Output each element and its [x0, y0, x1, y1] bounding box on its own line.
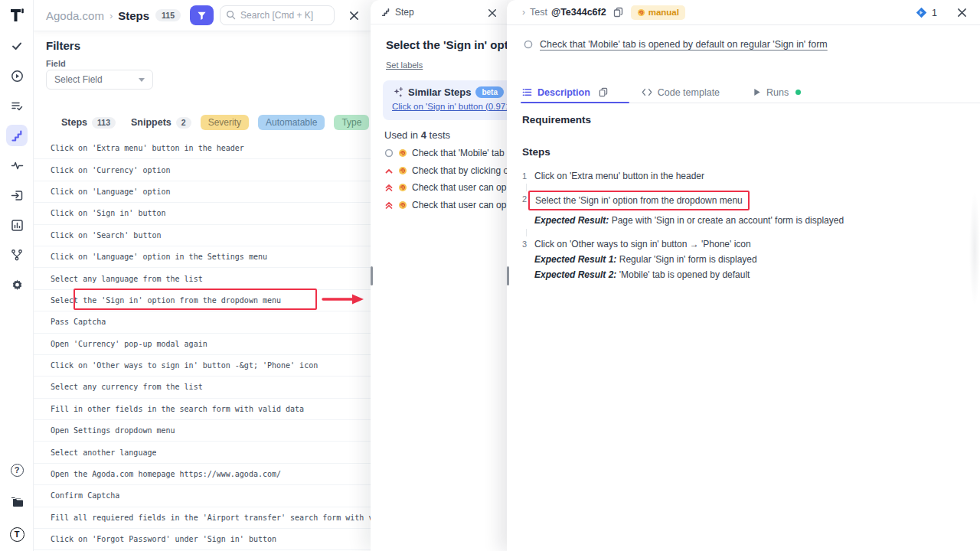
- expected-result-text: 'Mobile' tab is opened by default: [616, 269, 750, 280]
- projects-button[interactable]: [6, 491, 28, 513]
- sidebar-item-analytics[interactable]: [6, 214, 28, 236]
- folders-icon: [10, 496, 24, 508]
- step-list-item[interactable]: Open Settings dropdown menu: [34, 420, 371, 442]
- panel-resize-handle[interactable]: [371, 266, 373, 285]
- step-list-item-label: Confirm Captcha: [51, 491, 119, 500]
- breadcrumb-separator: ›: [109, 10, 113, 21]
- sidebar-item-plans[interactable]: [6, 95, 28, 116]
- dizzy-emoji-icon: [398, 183, 407, 192]
- used-in-test-item[interactable]: Check that 'Mobile' tab: [384, 145, 507, 162]
- bar-chart-box-icon: [11, 219, 24, 232]
- sidebar-item-import[interactable]: [6, 184, 28, 206]
- step-list-item[interactable]: Select any language from the list: [34, 268, 371, 289]
- used-in-test-item[interactable]: Check that by clicking o: [384, 162, 507, 180]
- tab-snippets[interactable]: Snippets2: [131, 117, 191, 129]
- used-in-test-label: Check that user can op: [412, 200, 506, 210]
- step-list-item-label: Click on 'Extra menu' button in the head…: [51, 144, 244, 152]
- search-input[interactable]: [220, 5, 335, 25]
- priority-counter[interactable]: 1: [916, 7, 937, 18]
- manual-badge-label: manual: [648, 8, 679, 17]
- test-step: 2Select the 'Sign in' option from the dr…: [522, 193, 966, 227]
- used-in-test-item[interactable]: Check that user can op: [384, 197, 507, 214]
- step-list-item-label: Click on 'Forgot Password' under 'Sign i…: [51, 535, 276, 543]
- step-list-item[interactable]: Click on 'Sign in' button: [34, 203, 371, 224]
- filter-badge-severity[interactable]: Severity: [201, 115, 249, 130]
- step-list-item[interactable]: Confirm Captcha: [34, 485, 371, 507]
- tab-description[interactable]: Description: [522, 82, 608, 103]
- step-list-item[interactable]: Click on 'Forgot Password' under 'Sign i…: [34, 529, 371, 550]
- step-list-item[interactable]: Open the Agoda.com homepage https://www.…: [34, 464, 371, 485]
- git-branch-icon: [11, 249, 23, 261]
- panel-resize-handle[interactable]: [507, 266, 509, 285]
- field-label: Field: [46, 59, 66, 68]
- step-list-item[interactable]: Click on 'Search' button: [34, 225, 371, 246]
- test-title-link[interactable]: Check that 'Mobile' tab is opened by def…: [540, 39, 828, 50]
- expected-result: Expected Result 1: Regular 'Sign in' for…: [534, 253, 757, 266]
- unprioritized-circle-icon: [524, 40, 533, 49]
- sidebar-item-settings[interactable]: [6, 274, 28, 295]
- test-crumb-type: Test: [530, 7, 547, 18]
- used-in-test-item[interactable]: Check that user can op: [384, 179, 507, 197]
- step-connector-line: [526, 184, 527, 191]
- steps-list: Click on 'Extra menu' button in the head…: [34, 138, 371, 551]
- logo-t-icon: [8, 7, 25, 24]
- sidebar-item-tests[interactable]: [6, 35, 28, 57]
- test-steps-list: 1Click on 'Extra menu' button in the hea…: [522, 170, 966, 292]
- dizzy-emoji-icon: [398, 201, 407, 210]
- help-button[interactable]: ?: [6, 459, 28, 481]
- step-list-item-label: Select any currency from the list: [51, 383, 203, 391]
- filter-button[interactable]: [190, 5, 214, 25]
- copy-icon[interactable]: [599, 87, 608, 97]
- step-list-item-label: Pass Captcha: [51, 318, 106, 326]
- test-step-text: Click on 'Extra menu' button in the head…: [534, 170, 704, 182]
- breadcrumb-project[interactable]: Agoda.com: [46, 9, 104, 22]
- step-list-item[interactable]: Pass Captcha: [34, 311, 371, 333]
- test-panel-header: › Test @Te344c6f2 manual 1: [507, 0, 980, 25]
- expected-result-label: Expected Result 1:: [534, 254, 616, 265]
- step-list-item[interactable]: Select any currency from the list: [34, 377, 371, 398]
- check-icon: [11, 40, 23, 52]
- step-list-item[interactable]: Fill in other fields in the search form …: [34, 399, 371, 420]
- profile-button[interactable]: T: [6, 523, 28, 545]
- filter-badge-type[interactable]: Type: [334, 115, 369, 130]
- sidebar-nav: [0, 35, 34, 295]
- test-panel-close-button[interactable]: [951, 2, 972, 24]
- step-list-item[interactable]: Click on 'Currency' option: [34, 159, 371, 181]
- chevron-down-icon: [139, 78, 145, 82]
- field-select[interactable]: Select Field: [46, 70, 153, 90]
- step-list-item[interactable]: Select the 'Sign in' option from the dro…: [34, 290, 371, 311]
- step-list-item[interactable]: Click on 'Language' option in the Settin…: [34, 246, 371, 268]
- sidebar-item-runs[interactable]: [6, 65, 28, 86]
- pulse-icon: [11, 159, 24, 172]
- tab-code-template[interactable]: Code template: [642, 82, 720, 103]
- used-in-tests-list: Check that 'Mobile' tabCheck that by cli…: [384, 145, 507, 214]
- step-list-item-label: Select any language from the list: [51, 275, 203, 283]
- step-list-item[interactable]: Click on 'Extra menu' button in the head…: [34, 138, 371, 159]
- sidebar-item-pulse[interactable]: [6, 155, 28, 176]
- similar-step-link[interactable]: Click on 'Sign in' button (0.9715: [392, 102, 507, 111]
- test-step-text-highlighted: Select the 'Sign in' option from the dro…: [528, 191, 750, 210]
- steps-panel-close-button[interactable]: [343, 5, 364, 26]
- search-container: [220, 5, 335, 25]
- set-labels-link[interactable]: Set labels: [386, 60, 423, 70]
- step-list-item[interactable]: Fill all requiered fields in the 'Airpor…: [34, 507, 371, 529]
- used-in-test-label: Check that by clicking o: [412, 165, 507, 176]
- sidebar-item-steps[interactable]: [6, 125, 28, 146]
- filter-badge-automatable[interactable]: Automatable: [258, 115, 325, 130]
- step-list-item[interactable]: Click on 'Other ways to sign in' button …: [34, 355, 371, 377]
- step-list-item[interactable]: Click on 'Language' option: [34, 181, 371, 203]
- step-list-item[interactable]: Select another language: [34, 442, 371, 463]
- tab-runs[interactable]: Runs: [753, 82, 801, 103]
- step-title: Select the 'Sign in' option from the dro…: [386, 38, 507, 51]
- scrollbar[interactable]: [969, 191, 980, 306]
- priority-high-icon: [384, 166, 394, 175]
- copy-test-id-button[interactable]: [613, 7, 623, 18]
- test-header-actions: 1: [916, 0, 972, 25]
- step-connector-line: [526, 229, 527, 236]
- tab-steps[interactable]: Steps113: [61, 117, 116, 129]
- step-list-item[interactable]: Open 'Currency' pop-up modal again: [34, 334, 371, 355]
- step-panel-close-button[interactable]: [482, 3, 502, 23]
- steps-panel-header: Agoda.com › Steps 115: [34, 0, 371, 31]
- app-logo[interactable]: [0, 5, 34, 26]
- sidebar-item-branches[interactable]: [6, 244, 28, 266]
